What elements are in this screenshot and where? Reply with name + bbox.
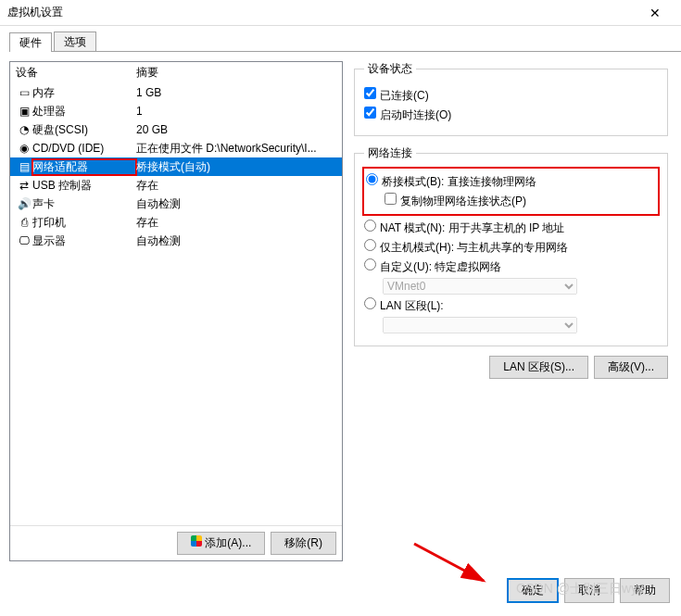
netconn-legend: 网络连接 <box>364 145 416 161</box>
tab-hardware[interactable]: 硬件 <box>9 32 52 52</box>
bridged-highlight: 桥接模式(B): 直接连接物理网络 复制物理网络连接状态(P) <box>362 167 660 216</box>
close-button[interactable]: ✕ <box>637 2 674 24</box>
device-name: 打印机 <box>32 215 136 231</box>
device-name: 网络适配器 <box>32 159 136 175</box>
hostonly-radio-label[interactable]: 仅主机模式(H): 与主机共享的专用网络 <box>364 239 568 256</box>
cancel-button[interactable]: 取消 <box>564 578 614 603</box>
device-name: 内存 <box>32 85 136 101</box>
lan-radio[interactable] <box>364 297 376 309</box>
nat-radio-label[interactable]: NAT 模式(N): 用于共享主机的 IP 地址 <box>364 220 564 236</box>
status-legend: 设备状态 <box>364 61 416 77</box>
hardware-row-disk[interactable]: ◔硬盘(SCSI)20 GB <box>10 120 342 139</box>
custom-radio-label[interactable]: 自定义(U): 特定虚拟网络 <box>364 258 501 275</box>
nat-radio[interactable] <box>364 220 376 232</box>
lan-radio-label[interactable]: LAN 区段(L): <box>364 297 444 314</box>
lan-segments-button[interactable]: LAN 区段(S)... <box>489 356 588 379</box>
device-summary: 1 GB <box>136 86 336 99</box>
device-name: CD/DVD (IDE) <box>32 142 136 155</box>
sound-icon: 🔊 <box>16 197 32 210</box>
network-connection-group: 网络连接 桥接模式(B): 直接连接物理网络 复制物理网络连接状态(P) NAT… <box>354 145 668 346</box>
col-summary: 摘要 <box>136 65 158 81</box>
hardware-row-cd[interactable]: ◉CD/DVD (IDE)正在使用文件 D:\NetworkSecurity\I… <box>10 139 342 157</box>
hardware-row-usb[interactable]: ⇄USB 控制器存在 <box>10 176 342 195</box>
tabstrip: 硬件 选项 <box>9 31 681 52</box>
list-header: 设备 摘要 <box>10 62 342 83</box>
device-summary: 桥接模式(自动) <box>136 159 336 175</box>
device-status-group: 设备状态 已连接(C) 启动时连接(O) <box>354 61 668 136</box>
printer-icon: ⎙ <box>16 216 32 229</box>
help-button[interactable]: 帮助 <box>620 578 670 603</box>
cpu-icon: ▣ <box>16 105 32 118</box>
add-button[interactable]: 添加(A)... <box>177 532 265 555</box>
advanced-button[interactable]: 高级(V)... <box>594 356 668 379</box>
tab-options[interactable]: 选项 <box>54 31 96 51</box>
hardware-list[interactable]: 设备 摘要 ▭内存1 GB▣处理器1◔硬盘(SCSI)20 GB◉CD/DVD … <box>10 62 342 525</box>
device-summary: 存在 <box>136 178 336 194</box>
device-summary: 存在 <box>136 215 336 231</box>
disk-icon: ◔ <box>16 123 32 136</box>
device-name: 处理器 <box>32 104 136 119</box>
device-name: 声卡 <box>32 196 136 212</box>
custom-network-select[interactable]: VMnet0 <box>383 278 577 295</box>
usb-icon: ⇄ <box>16 179 32 192</box>
hardware-row-sound[interactable]: 🔊声卡自动检测 <box>10 195 342 213</box>
hardware-row-cpu[interactable]: ▣处理器1 <box>10 102 342 120</box>
memory-icon: ▭ <box>16 86 32 99</box>
device-name: 显示器 <box>32 233 136 249</box>
connect-on-start-label[interactable]: 启动时连接(O) <box>364 107 451 123</box>
hardware-row-memory[interactable]: ▭内存1 GB <box>10 83 342 102</box>
col-device: 设备 <box>16 65 136 81</box>
remove-button[interactable]: 移除(R) <box>271 532 336 555</box>
shield-icon <box>191 535 202 547</box>
hardware-row-printer[interactable]: ⎙打印机存在 <box>10 213 342 232</box>
custom-radio[interactable] <box>364 258 376 270</box>
device-summary: 正在使用文件 D:\NetworkSecurity\I... <box>136 141 336 157</box>
bridged-radio[interactable] <box>366 173 378 185</box>
connect-on-start-checkbox[interactable] <box>364 107 376 119</box>
connected-checkbox[interactable] <box>364 87 376 99</box>
hardware-row-display[interactable]: 🖵显示器自动检测 <box>10 232 342 250</box>
close-icon: ✕ <box>649 6 661 20</box>
hardware-panel: 设备 摘要 ▭内存1 GB▣处理器1◔硬盘(SCSI)20 GB◉CD/DVD … <box>9 61 343 561</box>
device-summary: 自动检测 <box>136 196 336 212</box>
net-icon: ▤ <box>16 160 32 173</box>
device-name: USB 控制器 <box>32 178 136 194</box>
replicate-checkbox[interactable] <box>385 193 397 205</box>
device-summary: 1 <box>136 105 336 118</box>
device-summary: 自动检测 <box>136 233 336 249</box>
ok-button[interactable]: 确定 <box>507 578 559 603</box>
display-icon: 🖵 <box>16 234 32 247</box>
hardware-row-net[interactable]: ▤网络适配器桥接模式(自动) <box>10 157 342 176</box>
device-name: 硬盘(SCSI) <box>32 122 136 138</box>
lan-segment-select[interactable] <box>383 317 577 333</box>
cd-icon: ◉ <box>16 142 32 155</box>
bridged-radio-label[interactable]: 桥接模式(B): 直接连接物理网络 <box>366 173 536 190</box>
replicate-checkbox-label[interactable]: 复制物理网络连接状态(P) <box>385 193 526 209</box>
window-title: 虚拟机设置 <box>7 5 63 20</box>
hostonly-radio[interactable] <box>364 239 376 251</box>
connected-checkbox-label[interactable]: 已连接(C) <box>364 87 429 104</box>
device-summary: 20 GB <box>136 123 336 136</box>
